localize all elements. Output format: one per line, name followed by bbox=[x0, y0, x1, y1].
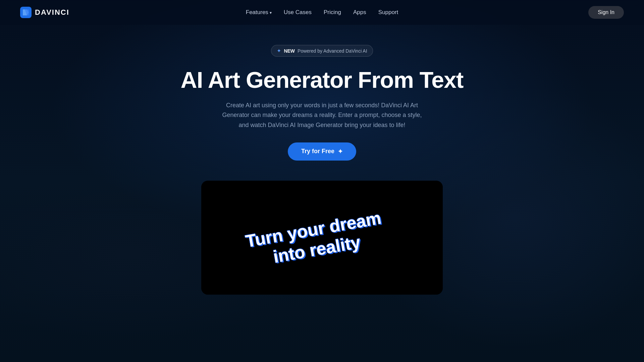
nav-item-pricing[interactable]: Pricing bbox=[324, 9, 341, 16]
davinci-logo-icon bbox=[20, 7, 32, 18]
brand-name: DAVINCI bbox=[35, 8, 69, 17]
try-for-free-button[interactable]: Try for Free ✦ bbox=[288, 142, 356, 161]
dream-text: Turn your dream into reality bbox=[244, 208, 386, 271]
hero-title: AI Art Generator From Text bbox=[180, 67, 463, 93]
navbar: DAVINCI Features ▾ Use Cases Pricing App… bbox=[0, 0, 644, 25]
demo-container: Turn your dream into reality bbox=[201, 181, 443, 295]
try-btn-label: Try for Free bbox=[301, 148, 334, 155]
hero-section: ✦ NEW Powered by Advanced DaVinci AI AI … bbox=[0, 25, 644, 295]
nav-item-use-cases[interactable]: Use Cases bbox=[284, 9, 312, 16]
new-label: NEW bbox=[284, 48, 295, 54]
main-content: ✦ NEW Powered by Advanced DaVinci AI AI … bbox=[0, 25, 644, 295]
new-badge: ✦ NEW Powered by Advanced DaVinci AI bbox=[271, 45, 373, 57]
new-description: Powered by Advanced DaVinci AI bbox=[298, 48, 367, 54]
sparkle-icon: ✦ bbox=[338, 148, 343, 155]
spark-icon: ✦ bbox=[277, 48, 281, 54]
nav-item-support[interactable]: Support bbox=[378, 9, 398, 16]
chevron-down-icon: ▾ bbox=[270, 10, 272, 15]
logo[interactable]: DAVINCI bbox=[20, 7, 69, 18]
sign-in-button[interactable]: Sign In bbox=[588, 6, 624, 19]
nav-item-features[interactable]: Features ▾ bbox=[246, 9, 272, 16]
nav-item-apps[interactable]: Apps bbox=[353, 9, 366, 16]
demo-video: Turn your dream into reality bbox=[201, 181, 443, 295]
hero-subtitle: Create AI art using only your words in j… bbox=[218, 101, 426, 130]
nav-links: Features ▾ Use Cases Pricing Apps Suppor… bbox=[246, 9, 398, 16]
